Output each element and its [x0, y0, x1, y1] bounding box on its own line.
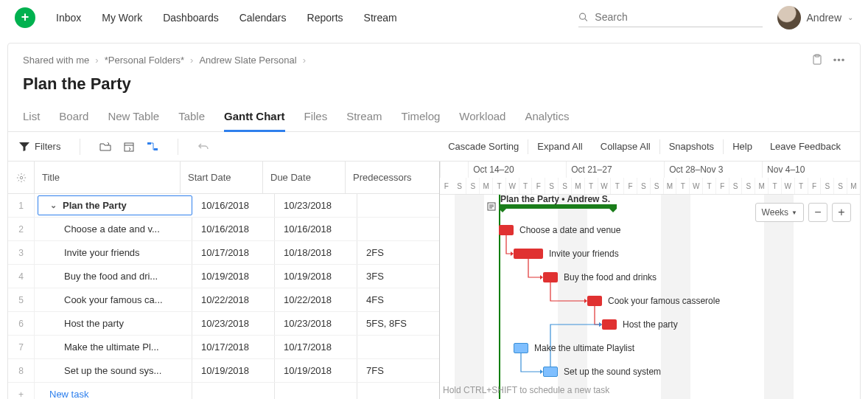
nav-calendars[interactable]: Calendars [239, 12, 287, 24]
day-header: M [571, 178, 584, 194]
dependencies-icon[interactable] [147, 141, 158, 153]
table-row[interactable]: 5Cook your famous ca...10/22/201810/22/2… [8, 288, 439, 312]
help-button[interactable]: Help [724, 141, 761, 152]
task-title-cell[interactable]: ⌄Plan the Party [38, 195, 192, 215]
table-row[interactable]: 4Buy the food and dri...10/19/201810/19/… [8, 265, 439, 288]
chevron-down-icon[interactable]: ⌄ [50, 201, 57, 210]
tab-workload[interactable]: Workload [459, 103, 505, 131]
clipboard-icon[interactable] [811, 54, 823, 66]
filters-button[interactable]: Filters [18, 141, 60, 153]
feedback-button[interactable]: Leave Feedback [761, 141, 850, 152]
gantt-summary-bar[interactable] [499, 204, 617, 209]
user-menu[interactable]: Andrew ⌄ [777, 6, 853, 30]
search-input[interactable] [593, 10, 762, 24]
breadcrumb-item[interactable]: Andrew Slate Personal [199, 55, 296, 66]
predecessors-cell[interactable]: 3FS [357, 265, 438, 288]
task-title-cell[interactable]: Host the party [35, 312, 192, 335]
gantt-body[interactable]: Plan the Party • Andrew S.Choose a date … [440, 195, 860, 399]
undo-icon[interactable] [197, 141, 209, 153]
predecessors-cell[interactable] [357, 336, 438, 358]
due-date-cell[interactable]: 10/19/2018 [275, 265, 357, 288]
tab-files[interactable]: Files [304, 103, 328, 131]
collapse-all-button[interactable]: Collapse All [592, 141, 659, 152]
task-title-cell[interactable]: Make the ultimate Pl... [35, 336, 192, 358]
table-row[interactable]: 6Host the party10/23/201810/23/20185FS, … [8, 312, 439, 336]
scale-dropdown[interactable]: Weeks ▼ [755, 203, 804, 222]
nav-reports[interactable]: Reports [307, 12, 343, 24]
gantt-bar[interactable] [602, 319, 617, 330]
breadcrumb-item[interactable]: Shared with me [23, 55, 89, 66]
col-due[interactable]: Due Date [263, 162, 346, 193]
nav-my-work[interactable]: My Work [102, 12, 142, 24]
start-date-cell[interactable]: 10/19/2018 [192, 359, 275, 382]
search-box[interactable] [578, 7, 763, 27]
tab-list[interactable]: List [23, 103, 40, 131]
task-title-cell[interactable]: Set up the sound sys... [35, 359, 192, 382]
snapshots-button[interactable]: Snapshots [660, 141, 723, 152]
start-date-cell[interactable]: 10/22/2018 [192, 288, 275, 311]
nav-dashboards[interactable]: Dashboards [163, 12, 219, 24]
start-date-cell[interactable]: 10/16/2018 [192, 194, 275, 217]
tab-stream[interactable]: Stream [346, 103, 382, 131]
table-row[interactable]: 7Make the ultimate Pl...10/17/201810/17/… [8, 336, 439, 359]
col-pred[interactable]: Predecessors [346, 162, 427, 193]
tab-timelog[interactable]: Timelog [402, 103, 441, 131]
breadcrumb-item[interactable]: *Personal Folders* [105, 55, 184, 66]
gantt-bar[interactable] [543, 367, 558, 377]
task-title-cell[interactable]: Buy the food and dri... [35, 265, 192, 288]
zoom-out-button[interactable]: − [808, 203, 827, 222]
task-title-cell[interactable]: Invite your friends [35, 241, 192, 264]
due-date-cell[interactable]: 10/18/2018 [275, 241, 357, 264]
zoom-in-button[interactable]: + [832, 203, 851, 222]
new-task-label[interactable]: New task [35, 383, 192, 399]
gantt-bar[interactable] [514, 249, 543, 259]
nav-inbox[interactable]: Inbox [56, 12, 81, 24]
start-date-cell[interactable]: 10/23/2018 [192, 312, 275, 335]
start-date-cell[interactable]: 10/17/2018 [192, 336, 275, 358]
predecessors-cell[interactable]: 7FS [357, 359, 438, 382]
tab-new-table[interactable]: New Table [108, 103, 159, 131]
gantt-bar[interactable] [499, 225, 514, 235]
due-date-cell[interactable]: 10/22/2018 [275, 288, 357, 311]
cascade-sorting-button[interactable]: Cascade Sorting [439, 141, 528, 152]
task-title-cell[interactable]: Cook your famous ca... [35, 288, 192, 311]
new-task-row[interactable]: +New task [8, 383, 439, 399]
table-row[interactable]: 2Choose a date and v...10/16/201810/16/2… [8, 218, 439, 241]
predecessors-cell[interactable] [357, 218, 438, 240]
due-date-cell[interactable]: 10/23/2018 [275, 194, 357, 217]
plus-icon[interactable]: + [8, 383, 35, 399]
create-button[interactable]: + [15, 7, 35, 28]
start-date-cell[interactable]: 10/17/2018 [192, 241, 275, 264]
tab-gantt[interactable]: Gantt Chart [224, 103, 285, 132]
predecessors-cell[interactable]: 5FS, 8FS [357, 312, 438, 335]
predecessors-cell[interactable]: 2FS [357, 241, 438, 264]
table-row[interactable]: 8Set up the sound sys...10/19/201810/19/… [8, 359, 439, 383]
expand-all-button[interactable]: Expand All [528, 141, 591, 152]
due-date-cell[interactable]: 10/16/2018 [275, 218, 357, 240]
gantt-bar[interactable] [543, 272, 558, 282]
col-title[interactable]: Title [35, 162, 181, 193]
due-date-cell[interactable]: 10/23/2018 [275, 312, 357, 335]
gantt-chart[interactable]: Oct 14–20Oct 21–27Oct 28–Nov 3Nov 4–10 F… [440, 162, 860, 399]
predecessors-cell[interactable] [357, 194, 438, 217]
due-date-cell[interactable]: 10/17/2018 [275, 336, 357, 358]
start-date-cell[interactable]: 10/16/2018 [192, 218, 275, 240]
start-date-cell[interactable]: 10/19/2018 [192, 265, 275, 288]
predecessors-cell[interactable]: 4FS [357, 288, 438, 311]
today-icon[interactable] [123, 141, 135, 153]
more-icon[interactable]: ••• [833, 54, 845, 66]
gantt-bar[interactable] [514, 343, 528, 353]
expand-folder-icon[interactable] [99, 141, 111, 153]
tab-board[interactable]: Board [59, 103, 88, 131]
main-panel: Shared with me› *Personal Folders*› Andr… [7, 43, 861, 399]
col-start[interactable]: Start Date [181, 162, 263, 193]
task-title-cell[interactable]: Choose a date and v... [35, 218, 192, 240]
tab-table[interactable]: Table [178, 103, 205, 131]
table-row[interactable]: 1⌄Plan the Party10/16/201810/23/2018 [8, 194, 439, 218]
tab-analytics[interactable]: Analytics [525, 103, 569, 131]
grid-settings-button[interactable] [8, 162, 35, 193]
nav-stream[interactable]: Stream [364, 12, 397, 24]
gantt-bar[interactable] [587, 296, 602, 306]
table-row[interactable]: 3Invite your friends10/17/201810/18/2018… [8, 241, 439, 265]
due-date-cell[interactable]: 10/19/2018 [275, 359, 357, 382]
